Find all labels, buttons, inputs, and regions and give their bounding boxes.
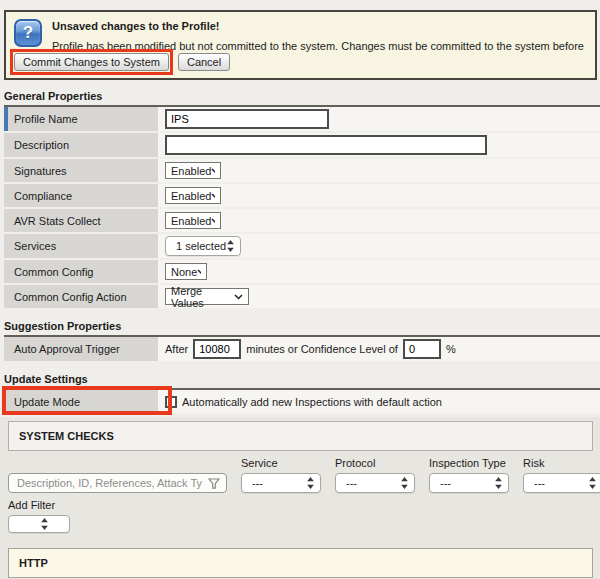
update-mode-checkbox-label: Automatically add new Inspections with d… xyxy=(182,396,442,408)
http-section-header[interactable]: HTTP xyxy=(8,548,593,578)
compliance-label: Compliance xyxy=(4,184,158,207)
up-down-arrows-icon xyxy=(307,477,314,489)
row-common-config: Common Config None xyxy=(4,260,600,283)
filter-row: Service --- Protocol --- Inspection Type… xyxy=(8,457,593,493)
up-down-arrows-icon xyxy=(589,477,596,489)
compliance-value-cell: Enabled xyxy=(158,184,600,207)
service-filter-value: --- xyxy=(252,477,263,489)
signatures-value-cell: Enabled xyxy=(158,159,600,182)
services-multiselect[interactable]: 1 selected xyxy=(165,236,241,256)
commit-changes-button[interactable]: Commit Changes to System xyxy=(14,53,169,71)
general-properties-heading: General Properties xyxy=(4,90,600,107)
up-down-arrows-icon xyxy=(401,477,408,489)
description-label: Description xyxy=(4,133,158,157)
services-label: Services xyxy=(4,234,158,258)
row-auto-approval-trigger: Auto Approval Trigger After minutes or C… xyxy=(4,337,600,361)
protocol-filter-select[interactable]: --- xyxy=(335,473,415,493)
protocol-filter-group: Protocol --- xyxy=(335,457,415,493)
common-config-select-value: None xyxy=(171,266,197,278)
profile-name-label: Profile Name xyxy=(4,107,158,131)
chevron-down-icon xyxy=(234,294,243,300)
auto-approval-value-cell: After minutes or Confidence Level of % xyxy=(158,337,600,361)
services-value-cell: 1 selected xyxy=(158,234,600,258)
add-filter-select[interactable] xyxy=(8,515,70,533)
chevron-down-icon xyxy=(197,269,201,275)
row-profile-name: Profile Name xyxy=(4,107,600,131)
row-services: Services 1 selected xyxy=(4,234,600,258)
services-select-value: 1 selected xyxy=(176,240,226,252)
banner-buttons: Commit Changes to System Cancel xyxy=(10,49,230,75)
system-checks-header[interactable]: SYSTEM CHECKS xyxy=(8,421,593,451)
common-config-action-value-cell: Merge Values xyxy=(158,285,600,308)
percent-label: % xyxy=(446,343,456,355)
up-down-arrows-icon xyxy=(495,477,502,489)
after-label: After xyxy=(165,343,188,355)
add-filter-label: Add Filter xyxy=(8,499,593,511)
http-title: HTTP xyxy=(19,557,48,569)
avr-stats-collect-select[interactable]: Enabled xyxy=(165,212,221,229)
row-compliance: Compliance Enabled xyxy=(4,184,600,207)
system-checks-title: SYSTEM CHECKS xyxy=(19,430,114,442)
avr-stats-select-value: Enabled xyxy=(171,215,211,227)
update-mode-value-cell: Automatically add new Inspections with d… xyxy=(158,390,600,413)
risk-filter-label: Risk xyxy=(523,457,600,469)
confidence-level-input[interactable] xyxy=(403,339,441,359)
update-mode-label: Update Mode xyxy=(4,390,158,413)
inspection-search-input[interactable] xyxy=(8,473,227,493)
avr-stats-value-cell: Enabled xyxy=(158,209,600,232)
description-input[interactable] xyxy=(165,135,487,155)
signatures-select-value: Enabled xyxy=(171,165,211,177)
profile-name-value-cell xyxy=(158,107,600,131)
auto-approval-trigger-label: Auto Approval Trigger xyxy=(4,337,158,361)
search-wrap xyxy=(8,473,227,493)
suggestion-properties-table: Auto Approval Trigger After minutes or C… xyxy=(4,337,600,361)
up-down-arrows-icon xyxy=(41,518,48,530)
profile-name-input[interactable] xyxy=(165,109,329,129)
service-filter-label: Service xyxy=(241,457,321,469)
signatures-select[interactable]: Enabled xyxy=(165,162,221,179)
signatures-label: Signatures xyxy=(4,159,158,182)
inspection-type-filter-value: --- xyxy=(440,477,451,489)
question-icon: ? xyxy=(14,19,42,47)
chevron-down-icon xyxy=(211,168,215,174)
row-common-config-action: Common Config Action Merge Values xyxy=(4,285,600,308)
update-settings-heading: Update Settings xyxy=(4,373,600,390)
row-signatures: Signatures Enabled xyxy=(4,159,600,182)
common-config-select[interactable]: None xyxy=(165,263,207,280)
commit-button-annotation: Commit Changes to System xyxy=(10,49,173,75)
service-filter-select[interactable]: --- xyxy=(241,473,321,493)
banner-title: Unsaved changes to the Profile! xyxy=(52,20,219,32)
row-update-mode: Update Mode Automatically add new Inspec… xyxy=(4,390,600,413)
risk-filter-value: --- xyxy=(534,477,545,489)
minutes-or-confidence-label: minutes or Confidence Level of xyxy=(246,343,398,355)
chevron-down-icon xyxy=(211,193,215,199)
risk-filter-select[interactable]: --- xyxy=(523,473,600,493)
suggestion-properties-heading: Suggestion Properties xyxy=(4,320,600,337)
inspections-panel: SYSTEM CHECKS Service --- Protocol --- I… xyxy=(0,417,600,579)
cancel-button[interactable]: Cancel xyxy=(178,53,230,71)
service-filter-group: Service --- xyxy=(241,457,321,493)
avr-stats-collect-label: AVR Stats Collect xyxy=(4,209,158,232)
unsaved-changes-banner: ? Unsaved changes to the Profile! Profil… xyxy=(4,10,597,80)
common-config-action-select-value: Merge Values xyxy=(171,285,234,309)
compliance-select[interactable]: Enabled xyxy=(165,187,221,204)
common-config-action-select[interactable]: Merge Values xyxy=(165,288,249,305)
chevron-down-icon xyxy=(211,218,215,224)
description-value-cell xyxy=(158,133,600,157)
protocol-filter-label: Protocol xyxy=(335,457,415,469)
filter-funnel-icon xyxy=(208,478,220,489)
row-description: Description xyxy=(4,133,600,157)
protocol-filter-value: --- xyxy=(346,477,357,489)
minutes-input[interactable] xyxy=(193,339,241,359)
inspection-type-filter-select[interactable]: --- xyxy=(429,473,509,493)
inspection-type-filter-group: Inspection Type --- xyxy=(429,457,509,493)
row-avr-stats-collect: AVR Stats Collect Enabled xyxy=(4,209,600,232)
update-mode-checkbox[interactable] xyxy=(165,396,177,408)
update-settings-table: Update Mode Automatically add new Inspec… xyxy=(4,390,600,413)
common-config-value-cell: None xyxy=(158,260,600,283)
compliance-select-value: Enabled xyxy=(171,190,211,202)
up-down-arrows-icon xyxy=(227,240,234,252)
risk-filter-group: Risk --- xyxy=(523,457,600,493)
general-properties-table: Profile Name Description Signatures Enab… xyxy=(4,107,600,308)
add-filter-group: Add Filter xyxy=(8,499,593,533)
